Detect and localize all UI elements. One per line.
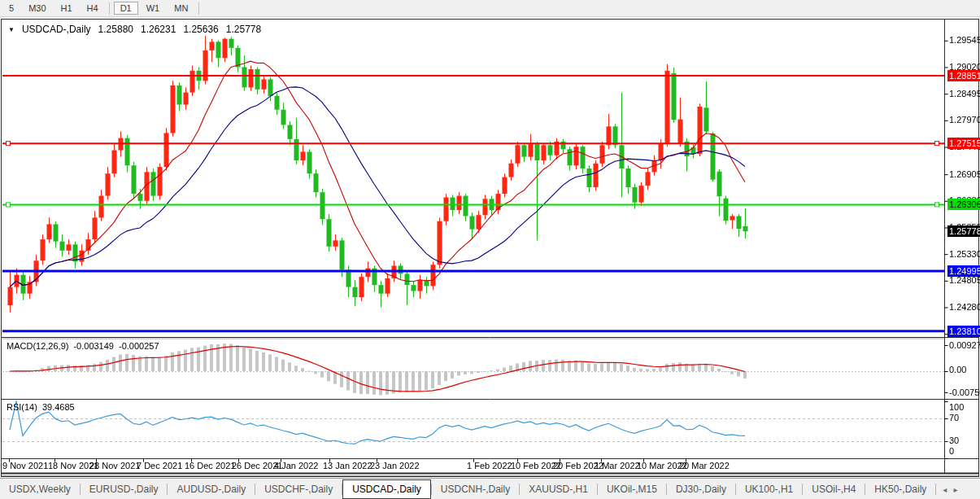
timeframe-button-5[interactable]: 5 [2, 2, 20, 15]
tab-eurusd-daily[interactable]: EURUSD-,Daily [81, 479, 168, 499]
timeframe-toolbar: 5M30H1H4D1W1MN [0, 0, 980, 17]
timeframe-button-h1[interactable]: H1 [54, 2, 79, 15]
toolbar-separator [198, 2, 199, 15]
tab-usoil-h4[interactable]: USOil-,H4 [803, 479, 865, 499]
timeframe-button-m30[interactable]: M30 [22, 2, 52, 15]
timeframe-button-w1[interactable]: W1 [140, 2, 167, 15]
tab-usdcnh-daily[interactable]: USDCNH-,Daily [432, 479, 519, 499]
mt4-application: 5M30H1H4D1W1MN ▼ USDCAD-,Daily 1.25880 1… [0, 0, 980, 499]
tab-scroll-left-icon[interactable]: ◂ [943, 485, 947, 494]
toolbar-separator [109, 2, 110, 15]
tab-xauusd-h1[interactable]: XAUUSD-,H1 [520, 479, 597, 499]
timeframe-button-mn[interactable]: MN [168, 2, 194, 15]
timeframe-button-h4[interactable]: H4 [81, 2, 105, 15]
tab-scroll-right-icon[interactable]: ▸ [953, 485, 957, 494]
tab-dj30-daily[interactable]: DJ30-,Daily [667, 479, 735, 499]
tab-hk50-daily[interactable]: HK50-,Daily [865, 479, 935, 499]
tab-audusd-daily[interactable]: AUDUSD-,Daily [168, 479, 255, 499]
tab-ukoil-m15[interactable]: UKOil-,M15 [598, 479, 666, 499]
price-chart-canvas[interactable] [0, 0, 980, 499]
tab-usdx-weekly[interactable]: USDX,Weekly [0, 479, 80, 499]
timeframe-button-d1[interactable]: D1 [114, 2, 138, 15]
tab-usdcad-daily[interactable]: USDCAD-,Daily [342, 479, 431, 499]
tab-usdchf-daily[interactable]: USDCHF-,Daily [255, 479, 342, 499]
chart-tab-bar: USDX,WeeklyEURUSD-,DailyAUDUSD-,DailyUSD… [0, 478, 980, 499]
tab-uk100-h1[interactable]: UK100-,H1 [736, 479, 802, 499]
